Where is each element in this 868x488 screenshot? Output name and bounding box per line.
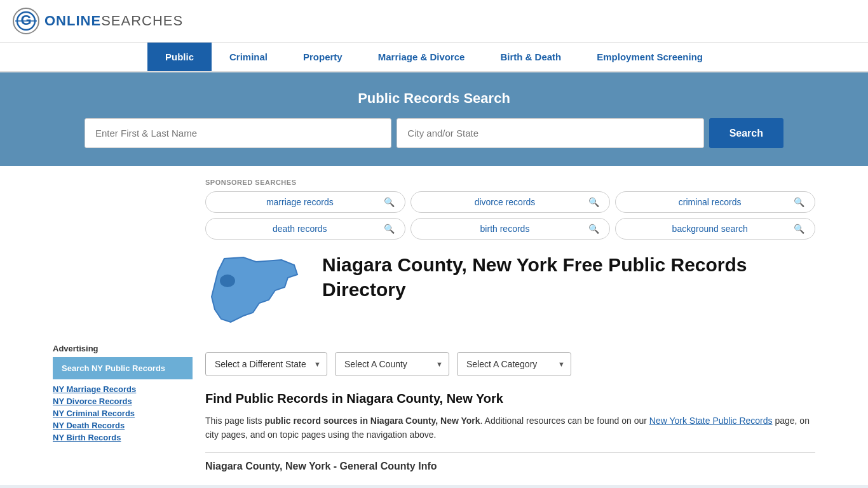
search-tags: marriage records 🔍 divorce records 🔍 cri…: [205, 191, 815, 240]
search-tag-icon-0: 🔍: [384, 197, 395, 207]
location-input[interactable]: [397, 118, 703, 148]
logo-icon: G: [13, 8, 39, 34]
main-nav: Public Criminal Property Marriage & Divo…: [0, 43, 868, 72]
search-tag-icon-2: 🔍: [794, 197, 804, 207]
search-form: Search: [85, 118, 783, 148]
tag-birth[interactable]: birth records 🔍: [410, 218, 611, 240]
section-divider: [205, 452, 815, 453]
sidebar-ad-banner[interactable]: Search NY Public Records: [53, 357, 193, 379]
search-banner-title: Public Records Search: [25, 90, 843, 107]
logo-searches: SEARCHES: [101, 13, 183, 29]
search-button[interactable]: Search: [709, 118, 783, 148]
tag-background[interactable]: background search 🔍: [615, 218, 815, 240]
logo-online: ONLINE: [44, 13, 101, 29]
state-dropdown[interactable]: Select a Different State: [205, 352, 327, 376]
location-header: Niagara County, New York Free Public Rec…: [205, 252, 815, 337]
ny-state-map: [205, 252, 307, 337]
find-public-records-title: Find Public Records in Niagara County, N…: [205, 391, 815, 406]
sidebar-link-death[interactable]: NY Death Records: [53, 421, 193, 430]
search-tag-icon-3: 🔍: [384, 224, 395, 234]
sidebar-link-marriage[interactable]: NY Marriage Records: [53, 384, 193, 394]
logo-text: ONLINE SEARCHES: [44, 13, 183, 29]
tag-divorce[interactable]: divorce records 🔍: [410, 191, 611, 213]
tag-death-text: death records: [216, 224, 384, 234]
find-public-records-text: This page lists public record sources in…: [205, 414, 815, 442]
search-banner: Public Records Search Search: [0, 72, 868, 166]
name-input[interactable]: [85, 118, 391, 148]
nav-employment[interactable]: Employment Screening: [579, 43, 721, 71]
search-tag-icon-5: 🔍: [794, 224, 804, 234]
tag-criminal-text: criminal records: [626, 197, 794, 207]
tag-criminal[interactable]: criminal records 🔍: [615, 191, 815, 213]
svg-text:G: G: [20, 12, 31, 28]
sponsored-label: SPONSORED SEARCHES: [205, 179, 815, 186]
nav-criminal[interactable]: Criminal: [212, 43, 285, 71]
tag-marriage[interactable]: marriage records 🔍: [205, 191, 405, 213]
search-tag-icon-4: 🔍: [588, 224, 599, 234]
page-title: Niagara County, New York Free Public Rec…: [322, 252, 815, 302]
find-text-1: This page lists: [205, 416, 264, 426]
dropdown-row: Select a Different State Select A County…: [205, 352, 815, 376]
svg-point-4: [220, 274, 235, 287]
find-link[interactable]: New York State Public Records: [649, 416, 773, 426]
county-dropdown[interactable]: Select A County: [335, 352, 449, 376]
find-text-2: . Additional resources can be found on o…: [480, 416, 649, 426]
section-subtitle: Niagara County, New York - General Count…: [205, 461, 815, 472]
find-text-bold: public record sources in Niagara County,…: [264, 416, 480, 426]
nav-birth-death[interactable]: Birth & Death: [482, 43, 579, 71]
sidebar-link-criminal[interactable]: NY Criminal Records: [53, 409, 193, 418]
state-dropdown-wrapper[interactable]: Select a Different State: [205, 352, 327, 376]
search-tag-icon-1: 🔍: [588, 197, 599, 207]
nav-property[interactable]: Property: [285, 43, 360, 71]
sidebar: Advertising Search NY Public Records NY …: [53, 172, 193, 478]
tag-marriage-text: marriage records: [216, 197, 384, 207]
tag-divorce-text: divorce records: [421, 197, 589, 207]
main-wrapper: Advertising Search NY Public Records NY …: [40, 166, 828, 485]
nav-public[interactable]: Public: [147, 43, 212, 71]
sidebar-ad-title: Advertising: [53, 344, 193, 353]
header: G ONLINE SEARCHES: [0, 0, 868, 43]
logo-area: G ONLINE SEARCHES: [13, 8, 183, 34]
tag-birth-text: birth records: [421, 224, 589, 234]
tag-background-text: background search: [626, 224, 794, 234]
sidebar-link-divorce[interactable]: NY Divorce Records: [53, 396, 193, 406]
tag-death[interactable]: death records 🔍: [205, 218, 405, 240]
sidebar-link-birth[interactable]: NY Birth Records: [53, 433, 193, 442]
nav-marriage-divorce[interactable]: Marriage & Divorce: [360, 43, 483, 71]
category-dropdown-wrapper[interactable]: Select A Category: [457, 352, 571, 376]
category-dropdown[interactable]: Select A Category: [457, 352, 571, 376]
content-area: SPONSORED SEARCHES marriage records 🔍 di…: [205, 172, 815, 478]
county-dropdown-wrapper[interactable]: Select A County: [335, 352, 449, 376]
